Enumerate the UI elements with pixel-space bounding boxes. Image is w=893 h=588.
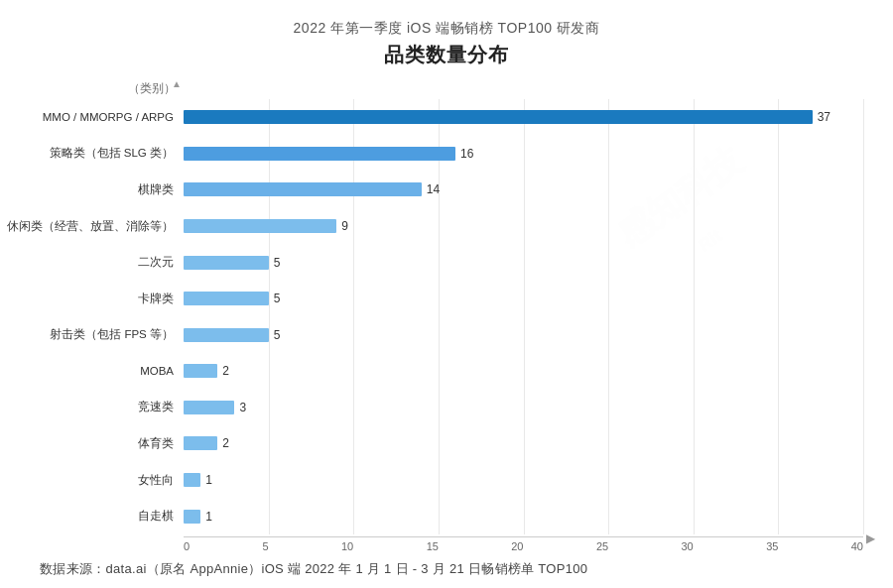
bar-fill: 14 [184,182,422,196]
x-axis-spacer [30,536,184,552]
bar-row: 14 [184,172,863,208]
bar-label: 射击类（包括 FPS 等） [30,316,184,353]
bar-label: 女性向 [30,462,184,499]
bar-value-label: 37 [818,110,830,124]
bar-row: 5 [184,316,863,353]
bar-label: MOBA [30,353,184,390]
x-axis-label: 25 [596,540,608,552]
bar-label: 自走棋 [30,498,184,534]
x-axis-label: 30 [682,540,694,552]
bar-fill: 2 [184,364,217,378]
x-axis-arrow-icon: ▶ [866,531,875,545]
bar-value-label: 5 [274,292,281,305]
chart-area: （类别） ▲ MMO / MMORPG / ARPG策略类（包括 SLG 类）棋… [30,80,863,552]
bar-row: 5 [184,244,863,281]
bar-value-label: 5 [274,328,281,342]
bar-row: 2 [184,353,863,390]
bar-label: 策略类（包括 SLG 类） [30,136,184,173]
x-axis-label: 20 [511,540,523,552]
bar-value-label: 14 [427,182,440,196]
x-axis-label: 40 [851,540,863,552]
bar-label: 棋牌类 [30,172,184,208]
bar-row: 9 [184,208,863,245]
bar-label: 竞速类 [30,390,184,426]
x-axis-labels: ▶ 0510152025303540 [184,536,863,552]
bar-value-label: 1 [205,510,212,524]
bar-label: 卡牌类 [30,281,184,317]
x-axis-label: 15 [427,540,439,552]
bar-value-label: 5 [274,256,281,270]
bar-column: 371614955523211 [184,99,863,534]
y-axis-title: （类别） ▲ [30,80,184,97]
bar-fill: 1 [184,473,200,487]
bar-label: 体育类 [30,425,184,462]
bar-fill: 5 [184,256,269,270]
rows-and-grid: MMO / MMORPG / ARPG策略类（包括 SLG 类）棋牌类休闲类（经… [30,99,863,534]
bar-fill: 5 [184,292,269,305]
bar-fill: 37 [184,110,813,124]
subtitle: 2022 年第一季度 iOS 端畅销榜 TOP100 研发商 [294,20,600,38]
bar-row: 2 [184,425,863,462]
bar-value-label: 3 [239,401,246,414]
bar-fill: 3 [184,401,234,414]
y-axis-arrow-icon: ▲ [172,78,182,89]
bar-fill: 5 [184,328,269,342]
x-axis-label: 10 [341,540,353,552]
page-container: 感知科技 Rit 2022 年第一季度 iOS 端畅销榜 TOP100 研发商 … [0,0,893,588]
bar-label: MMO / MMORPG / ARPG [30,99,184,136]
bar-fill: 1 [184,510,200,524]
bar-row: 5 [184,281,863,317]
x-axis-area: ▶ 0510152025303540 [30,536,863,552]
main-title: 品类数量分布 [384,42,509,68]
x-axis-label: 35 [766,540,778,552]
footer-text: 数据来源：data.ai（原名 AppAnnie）iOS 端 2022 年 1 … [30,560,863,578]
bar-row: 1 [184,498,863,534]
bar-label: 休闲类（经营、放置、消除等） [30,208,184,245]
bar-value-label: 2 [222,436,229,450]
bar-value-label: 9 [341,219,348,233]
x-axis-label: 0 [184,540,190,552]
bar-fill: 16 [184,147,455,161]
bar-fill: 2 [184,436,217,450]
bar-label: 二次元 [30,244,184,281]
bar-value-label: 16 [460,147,473,161]
bar-row: 1 [184,462,863,499]
bar-fill: 9 [184,219,336,233]
x-axis-label: 5 [263,540,269,552]
y-axis-title-row: （类别） ▲ [30,80,863,97]
bar-value-label: 1 [205,473,212,487]
bar-row: 3 [184,390,863,426]
label-column: MMO / MMORPG / ARPG策略类（包括 SLG 类）棋牌类休闲类（经… [30,99,184,534]
bar-value-label: 2 [222,364,229,378]
bar-row: 16 [184,136,863,173]
bar-row: 37 [184,99,863,136]
